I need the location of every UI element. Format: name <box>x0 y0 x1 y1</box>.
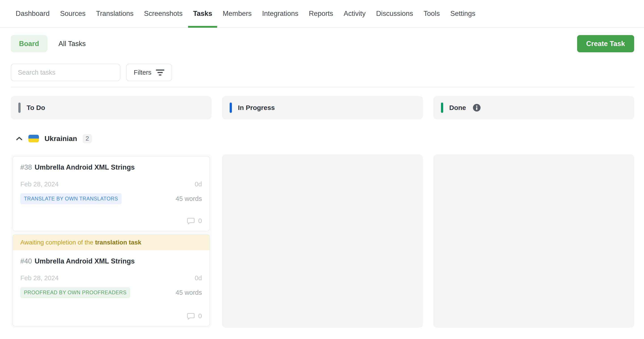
active-tab-underline <box>188 26 217 28</box>
task-card-40-tag-row: PROOFREAD BY OWN PROOFREADERS 45 words <box>20 287 202 298</box>
all-tasks-toggle[interactable]: All Tasks <box>58 40 86 48</box>
comment-count: 0 <box>198 217 202 225</box>
nav-item-activity[interactable]: Activity <box>344 0 366 27</box>
nav-item-tasks[interactable]: Tasks <box>193 0 212 27</box>
nav-item-tasks-label: Tasks <box>193 9 212 18</box>
word-count: 45 words <box>176 195 202 202</box>
board-lanes: #38Umbrella Android XML Strings Feb 28, … <box>11 154 634 328</box>
language-group-row: Ukrainian 2 <box>11 133 634 144</box>
column-header-in-progress: In Progress <box>222 96 423 119</box>
column-header-todo: To Do <box>11 96 212 119</box>
tasks-board-page: Dashboard Sources Translations Screensho… <box>0 0 644 339</box>
task-card-40-title-row: #40Umbrella Android XML Strings <box>20 257 202 266</box>
create-task-button[interactable]: Create Task <box>577 35 634 52</box>
search-row: Filters <box>11 64 634 81</box>
awaiting-banner-task-link[interactable]: translation task <box>95 239 141 246</box>
task-card-40-meta-row: Feb 28, 2024 0d <box>20 274 202 282</box>
lane-todo: #38Umbrella Android XML Strings Feb 28, … <box>11 154 212 328</box>
nav-item-translations[interactable]: Translations <box>96 0 134 27</box>
nav-item-integrations[interactable]: Integrations <box>262 0 298 27</box>
column-header-done: Done <box>433 96 634 119</box>
task-card-38-meta-row: Feb 28, 2024 0d <box>20 181 202 188</box>
task-card-38[interactable]: #38Umbrella Android XML Strings Feb 28, … <box>12 156 210 231</box>
filter-icon <box>156 69 164 75</box>
lane-done <box>433 154 634 328</box>
toolbar-divider <box>11 87 634 87</box>
task-date: Feb 28, 2024 <box>20 274 58 282</box>
task-card-40[interactable]: Awaiting completion of the translation t… <box>12 234 210 327</box>
awaiting-banner-text: Awaiting completion of the <box>20 239 95 246</box>
page-content: Board All Tasks Create Task Filters To D… <box>0 35 644 328</box>
board-view-toggle[interactable]: Board <box>11 35 48 52</box>
in-progress-status-pill <box>230 103 232 113</box>
task-card-40-body: #40Umbrella Android XML Strings Feb 28, … <box>13 250 210 326</box>
view-toggle-row: Board All Tasks Create Task <box>11 35 634 52</box>
task-card-38-tag-row: TRANSLATE BY OWN TRANSLATORS 45 words <box>20 193 202 204</box>
nav-item-reports[interactable]: Reports <box>309 0 333 27</box>
task-card-40-footer: 0 <box>187 312 202 320</box>
nav-item-dashboard[interactable]: Dashboard <box>16 0 50 27</box>
comment-icon <box>187 313 195 320</box>
task-date: Feb 28, 2024 <box>20 181 58 188</box>
todo-status-pill <box>18 103 20 113</box>
filters-button[interactable]: Filters <box>126 64 172 81</box>
search-input[interactable] <box>11 64 120 81</box>
task-title: Umbrella Android XML Strings <box>35 163 135 171</box>
column-title-done: Done <box>449 104 466 111</box>
comment-icon <box>187 217 195 225</box>
nav-item-tools[interactable]: Tools <box>424 0 440 27</box>
lane-in-progress <box>222 154 423 328</box>
column-title-todo: To Do <box>26 104 45 111</box>
workflow-tag: PROOFREAD BY OWN PROOFREADERS <box>20 287 130 298</box>
task-title: Umbrella Android XML Strings <box>35 257 135 265</box>
comment-count: 0 <box>198 312 202 320</box>
task-card-38-body: #38Umbrella Android XML Strings Feb 28, … <box>13 156 210 231</box>
task-card-38-title-row: #38Umbrella Android XML Strings <box>20 163 202 172</box>
done-status-pill <box>441 103 443 113</box>
nav-item-sources[interactable]: Sources <box>60 0 86 27</box>
info-icon[interactable] <box>473 104 480 111</box>
nav-item-discussions[interactable]: Discussions <box>376 0 413 27</box>
filters-button-label: Filters <box>134 69 152 76</box>
top-nav: Dashboard Sources Translations Screensho… <box>0 0 644 28</box>
nav-item-screenshots[interactable]: Screenshots <box>144 0 182 27</box>
column-title-in-progress: In Progress <box>238 104 275 111</box>
language-group-label: Ukrainian <box>44 135 77 143</box>
nav-item-settings[interactable]: Settings <box>450 0 476 27</box>
task-duration: 0d <box>195 181 202 188</box>
nav-item-members[interactable]: Members <box>223 0 252 27</box>
awaiting-banner: Awaiting completion of the translation t… <box>13 235 210 250</box>
word-count: 45 words <box>176 289 202 296</box>
language-group-count-badge: 2 <box>83 134 92 143</box>
task-card-38-footer: 0 <box>187 217 202 225</box>
column-headers: To Do In Progress Done <box>11 96 634 119</box>
workflow-tag: TRANSLATE BY OWN TRANSLATORS <box>20 193 122 204</box>
ukrainian-flag-icon <box>28 135 39 142</box>
task-id: #38 <box>20 163 32 171</box>
task-duration: 0d <box>195 274 202 282</box>
collapse-chevron-icon[interactable] <box>16 136 23 141</box>
task-id: #40 <box>20 257 32 265</box>
